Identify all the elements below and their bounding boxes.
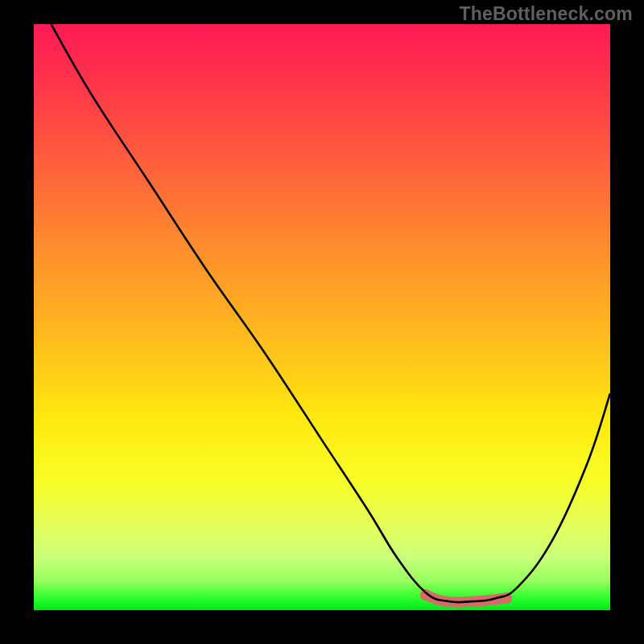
bottleneck-curve-line [51,24,610,602]
bottleneck-curve-svg [34,24,610,610]
plot-area [34,24,610,610]
chart-frame: TheBottleneck.com [0,0,644,644]
watermark-text: TheBottleneck.com [459,3,633,25]
